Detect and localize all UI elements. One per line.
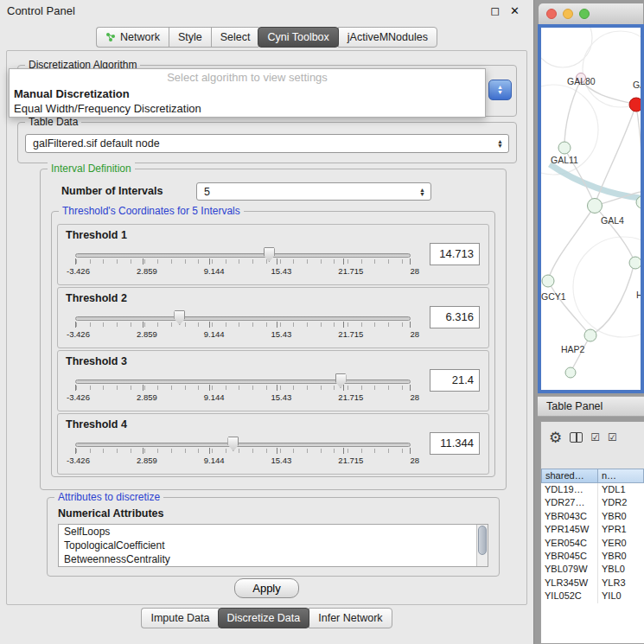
table-cell[interactable]: YER0: [598, 537, 644, 550]
columns-icon[interactable]: [570, 432, 583, 443]
node-label-partial-h[interactable]: H: [636, 290, 643, 300]
threshold-1-value[interactable]: 14.713: [430, 243, 480, 265]
close-window-icon[interactable]: [546, 9, 557, 19]
table-row[interactable]: YDL19…YDL1: [541, 483, 644, 496]
table-cell[interactable]: YDR27…: [541, 496, 598, 509]
tab-jactivemnodules[interactable]: jActiveMNodules: [338, 27, 437, 48]
table-row[interactable]: YBR045CYBR0: [541, 550, 644, 563]
table-cell[interactable]: YDR2: [598, 496, 644, 509]
table-cell[interactable]: YBL079W: [541, 563, 598, 576]
threshold-3-block: Threshold 3 -3.4262.8599.14415.4321.7152…: [57, 350, 489, 411]
slider-track[interactable]: [75, 379, 411, 384]
table-row[interactable]: YPR145WYPR1: [541, 523, 644, 536]
node-label-gcy1[interactable]: GCY1: [541, 291, 566, 302]
table-row[interactable]: YBL079WYBL0: [541, 563, 644, 576]
tab-network[interactable]: Network: [96, 27, 169, 48]
threshold-3-slider[interactable]: -3.4262.8599.14415.4321.71528: [75, 373, 411, 406]
node-label-gal11[interactable]: GAL11: [551, 155, 578, 165]
table-cell[interactable]: YDL19…: [541, 483, 598, 496]
node-label-partial[interactable]: GA: [633, 80, 644, 90]
list-scrollbar[interactable]: [476, 525, 488, 566]
slider-scale-label: 15.43: [271, 329, 292, 339]
node-label-hap2[interactable]: HAP2: [561, 344, 584, 354]
table-cell[interactable]: YBR045C: [541, 550, 598, 563]
tab-cyni-toolbox[interactable]: Cyni Toolbox: [258, 27, 338, 48]
algorithm-combo-button[interactable]: ▲▼: [488, 80, 512, 100]
table-cell[interactable]: YPR1: [598, 523, 644, 536]
table-cell[interactable]: YBL0: [598, 563, 644, 576]
table-cell[interactable]: YER054C: [541, 537, 598, 550]
table-row[interactable]: YLR345WYLR3: [541, 577, 644, 590]
tab-impute-data[interactable]: Impute Data: [141, 608, 218, 628]
threshold-2-slider[interactable]: -3.4262.8599.14415.4321.71528: [75, 310, 411, 343]
tab-infer-network[interactable]: Infer Network: [309, 608, 392, 628]
cyni-toolbox-panel: Discretization Algorithm Table Data galF…: [6, 50, 527, 605]
table-row[interactable]: YDR27…YDR2: [541, 496, 644, 509]
slider-scale-label: 2.859: [137, 266, 157, 276]
group-title: Interval Definition: [48, 163, 135, 175]
threshold-4-value[interactable]: 11.344: [430, 432, 480, 455]
slider-track[interactable]: [75, 443, 411, 447]
thresholds-group: Threshold's Coordinates for 5 Intervals …: [51, 211, 495, 477]
slider-scale-label: 9.144: [204, 392, 225, 402]
float-window-icon[interactable]: ◻: [490, 4, 500, 17]
attribute-list-item[interactable]: TopologicalCoefficient: [59, 539, 488, 552]
slider-track[interactable]: [75, 253, 411, 258]
column-header-shared-name[interactable]: shared…: [541, 469, 598, 483]
table-panel-title: Table Panel: [546, 400, 603, 412]
slider-track[interactable]: [75, 316, 411, 321]
tab-style[interactable]: Style: [169, 27, 211, 48]
threshold-2-value[interactable]: 6.316: [430, 306, 480, 328]
table-cell[interactable]: YBR0: [598, 550, 644, 563]
slider-scale: -3.4262.8599.14415.4321.71528: [67, 456, 419, 465]
algorithm-option-equal-width[interactable]: Equal Width/Frequency Discretization: [10, 101, 485, 116]
slider-scale-label: 28: [410, 266, 419, 276]
table-row[interactable]: YER054CYER0: [541, 537, 644, 550]
threshold-1-slider[interactable]: -3.4262.8599.14415.4321.71528: [75, 247, 411, 280]
table-cell[interactable]: YLR3: [598, 577, 644, 590]
threshold-3-value[interactable]: 21.4: [430, 369, 480, 392]
group-title: Table Data: [25, 116, 81, 128]
control-panel-titlebar: Control Panel ◻ ✕: [0, 0, 533, 21]
slider-scale: -3.4262.8599.14415.4321.71528: [67, 266, 419, 276]
attribute-list-item[interactable]: SelfLoops: [59, 525, 488, 539]
table-cell[interactable]: YIL0: [598, 590, 644, 603]
table-cell[interactable]: YLR345W: [541, 577, 598, 590]
table-cell[interactable]: YDL1: [598, 483, 644, 496]
table-cell[interactable]: YIL052C: [541, 590, 598, 603]
slider-scale-label: 28: [410, 456, 419, 465]
interval-definition-group: Interval Definition Number of Intervals …: [40, 169, 507, 490]
table-row[interactable]: YBR043CYBR0: [541, 510, 644, 523]
numerical-attributes-list[interactable]: SelfLoopsTopologicalCoefficientBetweenne…: [58, 524, 488, 567]
node-label-gal4[interactable]: GAL4: [601, 215, 624, 226]
attributes-group: Attributes to discretize Numerical Attri…: [47, 497, 500, 577]
table-cell[interactable]: YPR145W: [541, 523, 598, 536]
apply-button[interactable]: Apply: [234, 578, 299, 598]
table-cell[interactable]: YBR043C: [541, 510, 598, 523]
zoom-window-icon[interactable]: [579, 9, 590, 19]
table-cell[interactable]: YBR0: [598, 510, 644, 523]
table-header-row: shared… n…: [541, 469, 644, 483]
close-icon[interactable]: ✕: [510, 4, 520, 17]
table-toolbar: ⚙ ☑ ☑: [541, 422, 644, 453]
checkbox-icon[interactable]: ☑: [590, 431, 600, 443]
minimize-window-icon[interactable]: [563, 9, 573, 19]
scrollbar-thumb[interactable]: [478, 526, 487, 555]
tab-select[interactable]: Select: [211, 27, 259, 48]
attribute-list-item[interactable]: BetweennessCentrality: [59, 552, 488, 566]
network-canvas[interactable]: GAL80 GA GAL11 GAL4 GCY1 HAP2 H: [538, 24, 644, 393]
number-of-intervals-select[interactable]: 5 ▲▼: [196, 182, 431, 201]
table-row[interactable]: YIL052CYIL0: [541, 590, 644, 603]
slider-scale-label: 2.859: [137, 392, 157, 402]
slider-scale-label: 21.715: [338, 329, 363, 339]
tab-discretize-data[interactable]: Discretize Data: [218, 608, 310, 628]
algorithm-option-manual[interactable]: Manual Discretization: [10, 86, 485, 101]
threshold-4-slider[interactable]: -3.4262.8599.14415.4321.71528: [75, 437, 411, 469]
table-data-select[interactable]: galFiltered.sif default node ▲▼: [25, 134, 509, 153]
node-label-gal80[interactable]: GAL80: [567, 76, 596, 86]
gear-icon[interactable]: ⚙: [549, 429, 562, 447]
checkbox-icon[interactable]: ☑: [608, 431, 617, 443]
table-panel-header: Table Panel: [538, 396, 644, 417]
column-header-name[interactable]: n…: [598, 469, 644, 483]
slider-scale-label: 2.859: [137, 456, 157, 465]
